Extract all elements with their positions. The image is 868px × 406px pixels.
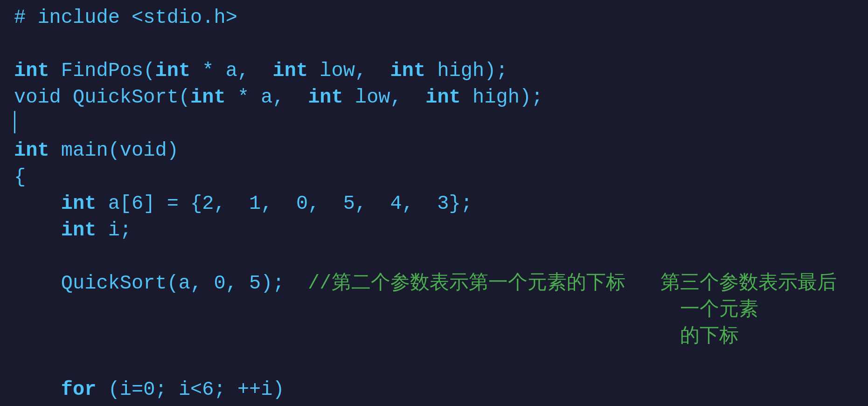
- code-line-2: [14, 31, 854, 58]
- code-text: low,: [308, 58, 390, 84]
- keyword-int: int: [425, 84, 461, 111]
- code-text: # include <stdio.h>: [14, 5, 237, 31]
- keyword-int: int: [390, 58, 426, 84]
- keyword-int: int: [14, 58, 49, 84]
- keyword-int: int: [273, 58, 308, 84]
- comment-text: //第二个参数表示第一个元素的下标 第三个参数表示最后: [308, 270, 837, 297]
- code-text: QuickSort(a, 0, 5);: [14, 270, 308, 297]
- code-text: high);: [461, 84, 543, 111]
- code-line-11: QuickSort(a, 0, 5); //第二个参数表示第一个元素的下标 第三…: [14, 270, 854, 297]
- code-text: high);: [425, 58, 507, 84]
- keyword-int: int: [14, 138, 49, 164]
- keyword-int: int: [190, 84, 226, 111]
- code-line-3: int FindPos( int * a, int low, int high)…: [14, 58, 854, 84]
- code-text: * a,: [226, 84, 308, 111]
- code-text: low,: [343, 84, 425, 111]
- comment-text: 的下标: [680, 323, 739, 350]
- code-text: [14, 191, 61, 217]
- comment-text: 一个元素: [680, 297, 758, 323]
- keyword-int: int: [61, 191, 97, 217]
- keyword-int: int: [308, 84, 343, 111]
- code-text: a[6] = {2, 1, 0, 5, 4, 3};: [96, 191, 472, 217]
- code-editor: # include <stdio.h> int FindPos( int * a…: [0, 0, 868, 406]
- code-text: (i=0; i<6; ++i): [96, 377, 284, 403]
- code-line-10: [14, 244, 854, 270]
- keyword-int: int: [61, 217, 97, 244]
- code-text: {: [14, 164, 26, 191]
- code-line-5: [14, 111, 854, 138]
- code-line-8: int a[6] = {2, 1, 0, 5, 4, 3};: [14, 191, 854, 217]
- code-line-1: # include <stdio.h>: [14, 5, 854, 31]
- code-line-6: int main(void): [14, 138, 854, 164]
- code-line-4: void QuickSort( int * a, int low, int hi…: [14, 84, 854, 111]
- code-line-16: printf("%d ", a[i]);: [14, 403, 854, 406]
- code-text: void QuickSort(: [14, 84, 190, 111]
- code-line-9: int i;: [14, 217, 854, 244]
- code-text: main(void): [49, 138, 179, 164]
- code-text: i;: [96, 217, 132, 244]
- code-line-15: for (i=0; i<6; ++i): [14, 377, 854, 403]
- code-line-12: QuickSort(a, 0, 5); //第二个参数表示第一个元素的下标 第 …: [14, 297, 854, 323]
- code-text: FindPos(: [49, 58, 155, 84]
- code-text: [14, 217, 61, 244]
- code-line-13: QuickSort(a, 0, 5); //第二个参数表示第一个元素的下标 第 …: [14, 323, 854, 350]
- code-text: [14, 377, 61, 403]
- code-text: printf("%d ", a[i]);: [14, 403, 355, 406]
- code-text: * a,: [190, 58, 272, 84]
- code-line-14: [14, 350, 854, 377]
- text-cursor: [14, 111, 15, 133]
- code-line-7: {: [14, 164, 854, 191]
- keyword-int: int: [155, 58, 190, 84]
- keyword-for: for: [61, 377, 97, 403]
